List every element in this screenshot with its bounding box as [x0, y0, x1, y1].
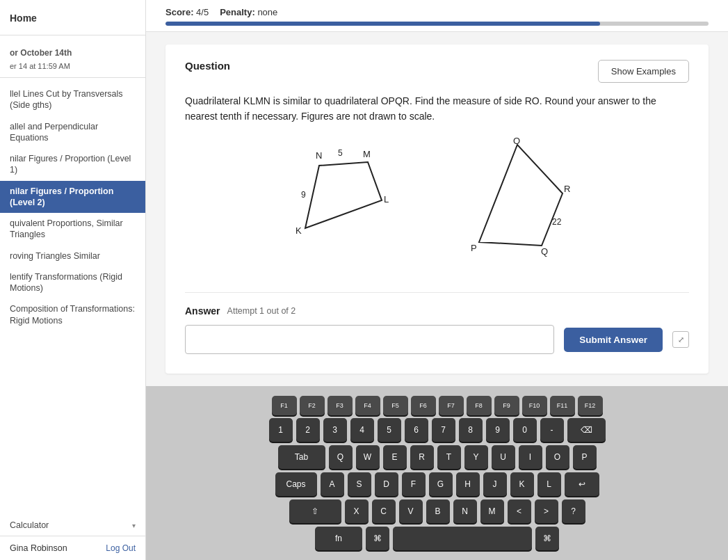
kb-f6[interactable]: F6	[411, 396, 436, 415]
kb-r[interactable]: R	[410, 445, 434, 469]
question-text: Quadrilateral KLMN is similar to quadril…	[185, 94, 658, 124]
kb-question[interactable]: ?	[562, 499, 585, 523]
kb-j[interactable]: J	[483, 472, 507, 496]
svg-text:5: 5	[338, 148, 343, 158]
kb-space[interactable]	[393, 527, 532, 550]
sidebar-home[interactable]: Home	[0, 7, 145, 29]
answer-input[interactable]	[185, 325, 554, 354]
kb-q[interactable]: Q	[329, 445, 353, 469]
kb-n[interactable]: N	[453, 499, 477, 523]
kb-9[interactable]: 9	[486, 418, 510, 442]
kb-1[interactable]: 1	[269, 418, 293, 442]
kb-minus[interactable]: -	[540, 418, 564, 442]
kb-l[interactable]: L	[537, 472, 561, 496]
kb-f3[interactable]: F3	[327, 396, 353, 415]
svg-text:P: P	[471, 243, 477, 253]
kb-7[interactable]: 7	[432, 418, 455, 442]
kb-k[interactable]: K	[510, 472, 534, 496]
kb-c[interactable]: C	[372, 499, 396, 523]
kb-8[interactable]: 8	[459, 418, 483, 442]
kb-f10[interactable]: F10	[522, 396, 547, 415]
kb-x[interactable]: X	[345, 499, 369, 523]
sidebar-item-parallel-lines[interactable]: llel Lines Cut by Transversals (Side gth…	[0, 83, 145, 116]
kb-b[interactable]: B	[426, 499, 450, 523]
kb-f4[interactable]: F4	[355, 396, 380, 415]
kb-f12[interactable]: F12	[578, 396, 603, 415]
kb-f7[interactable]: F7	[439, 396, 464, 415]
kb-p[interactable]: P	[573, 445, 597, 469]
answer-header: Answer Attempt 1 out of 2	[185, 305, 689, 317]
kb-f11[interactable]: F11	[550, 396, 575, 415]
svg-marker-0	[305, 162, 382, 228]
chevron-down-icon: ▾	[132, 522, 136, 529]
kb-h[interactable]: H	[456, 472, 480, 496]
kb-f2[interactable]: F2	[300, 396, 325, 415]
kb-y[interactable]: Y	[464, 445, 488, 469]
sidebar-item-composition-transformations[interactable]: Composition of Transformations: Rigid Mo…	[0, 298, 145, 331]
sidebar: Home or October 14th er 14 at 11:59 AM l…	[0, 0, 146, 560]
kb-tab[interactable]: Tab	[278, 445, 325, 469]
kb-s[interactable]: S	[348, 472, 371, 496]
kb-o[interactable]: O	[546, 445, 569, 469]
kb-u[interactable]: U	[492, 445, 515, 469]
kb-i[interactable]: I	[519, 445, 542, 469]
show-examples-button[interactable]: Show Examples	[598, 60, 689, 83]
sidebar-item-similar-figures-2[interactable]: nilar Figures / Proportion (Level 2)	[0, 181, 145, 214]
svg-text:N: N	[316, 150, 322, 161]
kb-3[interactable]: 3	[323, 418, 347, 442]
sidebar-item-similar-figures-1[interactable]: nilar Figures / Proportion (Level 1)	[0, 148, 145, 181]
svg-text:R: R	[564, 184, 570, 194]
svg-marker-7	[479, 145, 563, 246]
kb-v[interactable]: V	[399, 499, 423, 523]
logout-button[interactable]: Log Out	[106, 543, 136, 553]
kb-t[interactable]: T	[437, 445, 461, 469]
kb-2[interactable]: 2	[296, 418, 320, 442]
kb-asdf-row: Caps A S D F G H J K L ↩	[153, 472, 721, 496]
svg-text:L: L	[384, 194, 389, 205]
kb-shift-left[interactable]: ⇧	[289, 499, 341, 523]
kb-a[interactable]: A	[321, 472, 344, 496]
kb-6[interactable]: 6	[405, 418, 428, 442]
svg-text:9: 9	[301, 190, 306, 200]
kb-f8[interactable]: F8	[467, 396, 492, 415]
sidebar-item-identify-transformations[interactable]: lentify Transformations (Rigid Motions)	[0, 266, 145, 299]
kb-g[interactable]: G	[429, 472, 453, 496]
kb-5[interactable]: 5	[378, 418, 401, 442]
svg-text:K: K	[296, 225, 302, 236]
kb-4[interactable]: 4	[350, 418, 374, 442]
kb-cmd-right[interactable]: ⌘	[535, 527, 559, 550]
question-header: Question Show Examples	[185, 60, 689, 83]
kb-f5[interactable]: F5	[383, 396, 408, 415]
calculator-label: Calculator	[10, 520, 49, 530]
expand-icon[interactable]: ⤢	[672, 331, 689, 348]
progress-bar	[165, 22, 709, 26]
calculator-toggle[interactable]: Calculator ▾	[0, 515, 145, 536]
kb-cmd[interactable]: ⌘	[366, 527, 389, 550]
svg-text:Q: Q	[541, 246, 548, 257]
progress-bar-fill	[165, 22, 600, 26]
kb-e[interactable]: E	[383, 445, 407, 469]
kb-gt[interactable]: >	[535, 499, 558, 523]
submit-answer-button[interactable]: Submit Answer	[564, 328, 663, 352]
kb-w[interactable]: W	[356, 445, 380, 469]
kb-backspace[interactable]: ⌫	[567, 418, 606, 442]
kb-ctrl[interactable]: fn	[315, 527, 362, 550]
figures-area: N M L K 5 9 O P Q	[185, 138, 689, 273]
kb-function-row: F1 F2 F3 F4 F5 F6 F7 F8 F9 F10 F11 F12	[153, 396, 721, 415]
sidebar-due-date: er 14 at 11:59 AM	[0, 61, 145, 72]
kb-f[interactable]: F	[402, 472, 426, 496]
score-bar-area: Score: 4/5 Penalty: none	[146, 0, 728, 32]
kb-m[interactable]: M	[480, 499, 504, 523]
kb-f9[interactable]: F9	[494, 396, 519, 415]
kb-lt[interactable]: <	[508, 499, 531, 523]
sidebar-item-parallel-perpendicular[interactable]: allel and Perpendicular Equations	[0, 116, 145, 149]
kb-f1[interactable]: F1	[272, 396, 297, 415]
kb-enter[interactable]: ↩	[565, 472, 599, 496]
kb-caps[interactable]: Caps	[275, 472, 317, 496]
kb-d[interactable]: D	[375, 472, 398, 496]
kb-0[interactable]: 0	[513, 418, 537, 442]
main-content: Score: 4/5 Penalty: none Question Show E…	[146, 0, 728, 560]
sidebar-item-proving-triangles[interactable]: roving Triangles Similar	[0, 246, 145, 266]
penalty-text: Penalty: none	[220, 7, 277, 17]
sidebar-item-equivalent-proportions[interactable]: quivalent Proportions, Similar Triangles	[0, 213, 145, 246]
